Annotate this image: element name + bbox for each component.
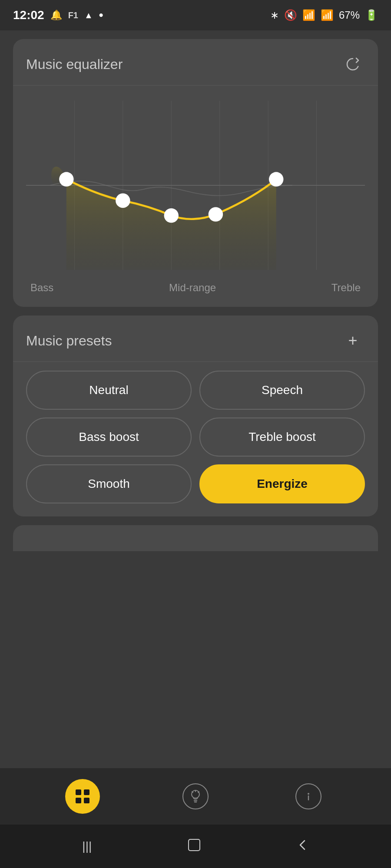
nav-info-button[interactable] [291, 779, 326, 814]
equalizer-header: Music equalizer [26, 52, 365, 76]
system-nav: ||| [0, 825, 391, 868]
back-button[interactable] [288, 835, 318, 858]
status-bar-left: 12:02 🔔 F1 ▲ • [13, 8, 103, 22]
nav-icon: ▲ [84, 10, 93, 20]
eq-point-4 [209, 207, 223, 221]
nav-home-button[interactable] [65, 779, 100, 814]
alarm-icon: 🔔 [50, 10, 62, 21]
wifi-icon: 📶 [302, 9, 315, 21]
equalizer-graph[interactable] [26, 94, 365, 276]
status-bar: 12:02 🔔 F1 ▲ • ∗ 🔇 📶 📶 67% 🔋 [0, 0, 391, 30]
nav-tips-button[interactable] [178, 779, 213, 814]
add-preset-button[interactable]: + [341, 329, 365, 353]
treble-label: Treble [331, 282, 361, 294]
equalizer-title: Music equalizer [26, 56, 123, 72]
eq-point-1 [59, 172, 73, 186]
svg-rect-8 [84, 789, 89, 795]
tips-icon [182, 783, 209, 809]
svg-rect-10 [84, 798, 89, 803]
equalizer-divider [13, 85, 378, 85]
media-icon: F1 [68, 10, 78, 20]
battery-percent: 67% [339, 9, 360, 21]
preset-bass-boost-button[interactable]: Bass boost [26, 418, 192, 457]
preset-smooth-button[interactable]: Smooth [26, 464, 192, 503]
recent-apps-button[interactable]: ||| [73, 835, 100, 858]
status-bar-right: ∗ 🔇 📶 📶 67% 🔋 [270, 9, 378, 21]
preset-speech-button[interactable]: Speech [199, 371, 365, 410]
home-button[interactable] [178, 833, 210, 860]
svg-rect-19 [189, 839, 200, 851]
signal-icon: 📶 [321, 9, 334, 21]
home-icon-circle [65, 779, 100, 814]
main-content: Music equalizer [0, 30, 391, 768]
equalizer-card: Music equalizer [13, 39, 378, 307]
eq-point-2 [116, 194, 130, 208]
equalizer-reset-button[interactable] [341, 52, 365, 76]
presets-divider [13, 362, 378, 362]
presets-grid: Neutral Speech Bass boost Treble boost S… [26, 371, 365, 503]
info-icon [295, 783, 321, 809]
bass-label: Bass [30, 282, 53, 294]
svg-line-15 [192, 792, 193, 792]
svg-rect-7 [76, 789, 81, 795]
bottom-nav [0, 768, 391, 825]
eq-point-5 [269, 172, 283, 186]
preset-energize-button[interactable]: Energize [199, 464, 365, 503]
eq-labels: Bass Mid-range Treble [26, 276, 365, 294]
next-card-peek [13, 525, 378, 551]
battery-icon: 🔋 [365, 9, 378, 21]
svg-point-17 [308, 793, 309, 795]
dot-icon: • [99, 8, 103, 22]
svg-line-16 [198, 792, 199, 792]
presets-header: Music presets + [26, 329, 365, 353]
preset-treble-boost-button[interactable]: Treble boost [199, 418, 365, 457]
mute-icon: 🔇 [284, 9, 297, 21]
eq-point-3 [164, 208, 179, 223]
presets-title: Music presets [26, 333, 112, 349]
time-display: 12:02 [13, 8, 44, 22]
svg-rect-9 [76, 798, 81, 803]
bluetooth-icon: ∗ [270, 9, 279, 21]
midrange-label: Mid-range [169, 282, 216, 294]
presets-card: Music presets + Neutral Speech Bass boos… [13, 316, 378, 516]
preset-neutral-button[interactable]: Neutral [26, 371, 192, 410]
